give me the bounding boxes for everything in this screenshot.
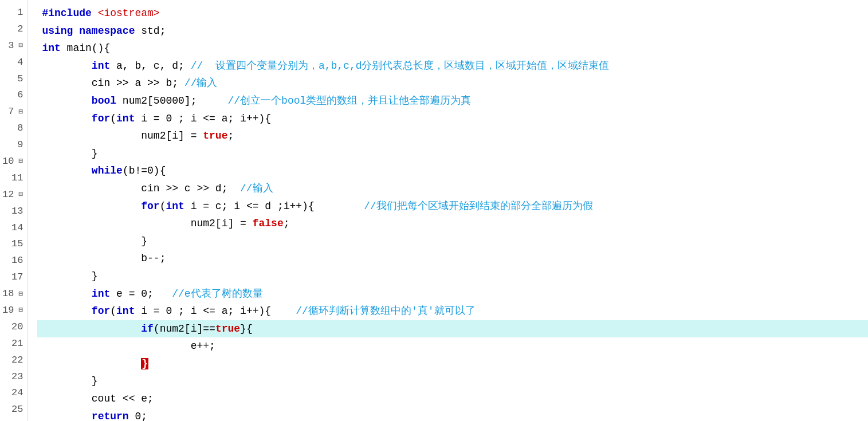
line-number: 19⊟ [0, 302, 28, 319]
code-line: for(int i = 0 ; i <= a; i++){ [37, 110, 868, 128]
keyword-token: for [92, 305, 110, 317]
code-line: #include <iostream> [37, 5, 868, 22]
code-line: while(b!=0){ [37, 162, 868, 180]
keyword-token: int [92, 288, 110, 300]
normal-token [73, 25, 79, 37]
normal-token: num2[i] = [42, 130, 203, 141]
fold-icon[interactable]: ⊟ [16, 40, 23, 52]
normal-token: e = 0; [110, 288, 172, 300]
keyword-token: int [116, 305, 135, 317]
keyword-red-token: true [215, 323, 240, 335]
line-number: 5 [0, 71, 28, 88]
normal-token [42, 323, 141, 335]
normal-token: std; [135, 25, 166, 37]
normal-token: main(){ [61, 42, 110, 54]
code-line: } [37, 267, 868, 285]
code-line: using namespace std; [37, 22, 868, 40]
normal-token [42, 411, 91, 421]
normal-token [42, 60, 91, 72]
normal-token [42, 305, 91, 317]
normal-token: ( [110, 305, 116, 317]
comment-token: // 设置四个变量分别为，a,b,c,d分别代表总长度，区域数目，区域开始值，区… [191, 60, 610, 72]
brace-red-token: } [141, 358, 148, 369]
line-number: 13 [0, 203, 28, 220]
line-number: 10⊟ [0, 154, 28, 170]
code-line: int e = 0; //e代表了树的数量 [37, 285, 868, 303]
line-number: 22 [0, 352, 28, 369]
comment-token: //我们把每个区域开始到结束的部分全部遍历为假 [364, 200, 593, 212]
normal-token [42, 95, 91, 107]
comment-token: //e代表了树的数量 [172, 288, 262, 300]
line-number: 8 [0, 120, 28, 137]
keyword-token: int [92, 60, 110, 72]
line-number: 21 [0, 336, 28, 352]
fold-icon[interactable]: ⊟ [16, 106, 23, 119]
line-number: 17 [0, 269, 28, 286]
normal-token: ; [227, 130, 234, 141]
keyword-token: namespace [79, 25, 135, 37]
normal-token: ; [284, 218, 290, 229]
line-numbers: 123⊟4567⊟8910⊟1112⊟131415161718⊟19⊟20212… [0, 0, 28, 421]
normal-token [42, 165, 91, 176]
line-number: 18⊟ [0, 286, 28, 302]
normal-token: num2[i] = [42, 218, 252, 229]
code-editor: 123⊟4567⊟8910⊟1112⊟131415161718⊟19⊟20212… [0, 0, 868, 421]
keyword-red-token: true [203, 130, 227, 141]
normal-token: }{ [240, 323, 253, 335]
fold-icon[interactable]: ⊟ [16, 155, 23, 168]
fold-icon[interactable]: ⊟ [16, 188, 23, 201]
normal-token: (b!=0){ [123, 165, 166, 176]
normal-token: 0; [129, 411, 147, 421]
normal-token: } [42, 375, 97, 387]
code-line: for(int i = c; i <= d ;i++){ //我们把每个区域开始… [37, 198, 868, 215]
code-line: bool num2[50000]; //创立一个bool类型的数组，并且让他全部… [37, 92, 868, 110]
normal-token: } [42, 235, 147, 247]
line-number: 11 [0, 170, 28, 187]
line-number: 15 [0, 236, 28, 253]
keyword-token: #include [42, 7, 91, 19]
line-number: 7⊟ [0, 104, 28, 120]
line-number: 12⊟ [0, 187, 28, 203]
normal-token [42, 113, 91, 124]
keyword-token: for [92, 113, 110, 124]
code-line: e++; [37, 337, 868, 355]
code-line: } [37, 355, 868, 373]
keyword-token: int [166, 200, 184, 212]
normal-token [42, 288, 91, 300]
keyword-token: bool [92, 95, 116, 107]
normal-token: a, b, c, d; [110, 60, 190, 72]
code-line: int main(){ [37, 40, 868, 57]
normal-token: e++; [42, 340, 215, 352]
line-number: 24 [0, 385, 28, 402]
code-line: int a, b, c, d; // 设置四个变量分别为，a,b,c,d分别代表… [37, 57, 868, 75]
normal-token: num2[50000]; [116, 95, 227, 107]
line-number: 25 [0, 402, 28, 418]
code-line: } [37, 233, 868, 250]
keyword-token: for [141, 200, 159, 212]
normal-token: cin >> c >> d; [42, 183, 240, 194]
normal-token: } [42, 148, 97, 159]
keyword-token: while [92, 165, 123, 176]
normal-token: i = 0 ; i <= a; i++){ [135, 113, 271, 124]
line-number: 9 [0, 137, 28, 154]
code-line: } [37, 145, 868, 163]
code-line: if(num2[i]==true}{ [37, 320, 868, 338]
normal-token: b--; [42, 253, 166, 264]
line-number: 3⊟ [0, 38, 28, 54]
keyword-token: if [141, 323, 154, 335]
normal-token: cout << e; [42, 393, 153, 404]
fold-icon[interactable]: ⊟ [16, 304, 23, 317]
normal-token: (num2[i]== [154, 323, 215, 335]
normal-token: ( [160, 200, 166, 212]
code-line: cin >> c >> d; //输入 [37, 180, 868, 198]
normal-token: i = c; i <= d ;i++){ [184, 200, 364, 212]
normal-token: cin >> a >> b; [42, 77, 184, 89]
normal-token [92, 7, 98, 19]
code-line: } [37, 372, 868, 390]
code-content: #include <iostream>using namespace std;i… [28, 0, 868, 421]
code-line: return 0; [37, 408, 868, 421]
line-number: 4 [0, 54, 28, 71]
line-number: 1 [0, 5, 28, 21]
fold-icon[interactable]: ⊟ [16, 288, 23, 301]
include-token: <iostream> [98, 7, 160, 19]
